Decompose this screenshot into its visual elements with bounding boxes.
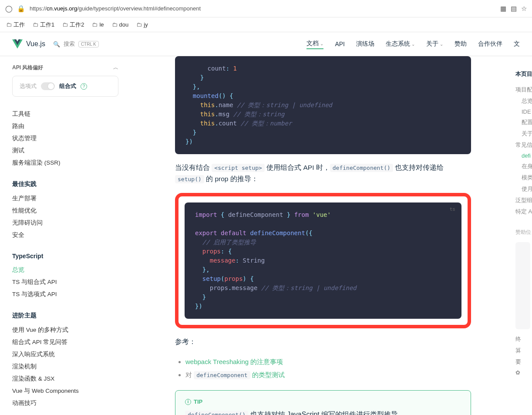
brand-text: Vue.js [26, 40, 45, 48]
top-nav: 文档⌄API演练场生态系统⌄关于⌄赞助合作伙伴文 [306, 40, 520, 48]
bookmark-folder[interactable]: 🗀工作 [6, 21, 25, 29]
sidebar-link[interactable]: 组合式 API 常见问答 [12, 336, 118, 348]
settings-icon[interactable]: ✿ [515, 369, 532, 376]
toc-link[interactable]: 模类 [515, 172, 532, 183]
sidebar-right: 本页目 项目配总览IDE配置关于常见信defi在身模类使月泛型组特定 A 赞助位… [515, 56, 532, 415]
sidebar-link[interactable]: 测试 [12, 145, 118, 157]
nav-label: 生态系统 [386, 40, 410, 48]
chevron-down-icon: ⌄ [440, 42, 443, 47]
sidebar-left: API 风格偏好 ︿ 选项式 组合式 ? 工具链路由状态管理测试服务端渲染 (S… [0, 56, 131, 415]
sidebar-link[interactable]: 使用 Vue 的多种方式 [12, 324, 118, 336]
toc-link[interactable]: 关于 [515, 128, 532, 139]
toc-link[interactable]: 泛型组 [515, 195, 532, 206]
nav-label: 赞助 [455, 40, 467, 48]
tip-box: i TIP defineComponent() 也支持对纯 JavaScript… [175, 390, 471, 415]
inline-code-script-setup: <script setup> [212, 164, 265, 172]
toc-link[interactable]: 在身 [515, 161, 532, 172]
info-icon: i [185, 399, 191, 405]
sidebar-link[interactable]: 性能优化 [12, 205, 118, 217]
bookmark-label: le [99, 21, 104, 28]
top-nav-item[interactable]: 合作伙伴 [478, 40, 502, 48]
sidebar-link[interactable]: Vue 与 Web Components [12, 385, 118, 397]
code-block-1: count: 1 } }, mounted() { this.name // 类… [175, 56, 471, 154]
nav-label: 文档 [306, 40, 319, 47]
api-preference-toggle[interactable]: 选项式 组合式 ? [12, 76, 118, 97]
theme-icon[interactable]: 要 [515, 358, 532, 366]
brand-logo[interactable]: Vue.js [12, 39, 45, 49]
sidebar-link[interactable]: 路由 [12, 120, 118, 132]
translate-icon[interactable]: 算 [515, 347, 532, 354]
reference-list: webpack Treeshaking 的注意事项 对 defineCompon… [185, 355, 471, 381]
bookmark-folder[interactable]: 🗀dou [112, 21, 129, 28]
nav-label: 演练场 [356, 40, 374, 48]
sponsor-ad[interactable] [515, 242, 530, 329]
top-nav-item[interactable]: 赞助 [455, 40, 467, 48]
bookmark-icon[interactable]: ☆ [521, 5, 527, 13]
toc-link[interactable]: 项目配 [515, 84, 532, 95]
top-nav-item[interactable]: 生态系统⌄ [386, 40, 415, 48]
back-to-top-icon[interactable]: 终 [515, 335, 532, 343]
inline-code-definecomponent: defineComponent() [330, 164, 393, 172]
code-block-2: tsimport { defineComponent } from 'vue' … [185, 202, 461, 319]
folder-icon: 🗀 [92, 21, 98, 28]
bookmark-label: 工作 [13, 21, 25, 29]
bookmark-label: jy [144, 21, 148, 28]
bookmark-folder[interactable]: 🗀le [92, 21, 104, 28]
chevron-up-icon[interactable]: ︿ [113, 64, 118, 71]
sidebar-link[interactable]: 总览 [12, 264, 118, 276]
toc-link[interactable]: 总览 [515, 95, 532, 107]
toggle-switch[interactable] [41, 82, 55, 90]
top-nav-item[interactable]: 关于⌄ [426, 40, 443, 48]
pref-composition-label: 组合式 [59, 82, 76, 90]
toc-link[interactable]: 特定 A [515, 206, 532, 217]
toc-link[interactable]: 常见信 [515, 139, 532, 151]
sidebar-link[interactable]: TS 与选项式 API [12, 288, 118, 300]
sidebar-section-title: 进阶主题 [12, 312, 118, 320]
ref-link-typetest[interactable]: 的类型测试 [250, 371, 285, 378]
sidebar-link[interactable]: TS 与组合式 API [12, 276, 118, 288]
top-nav-item[interactable]: 文档⌄ [306, 40, 323, 49]
url-text[interactable]: https://cn.vuejs.org/guide/typescript/ov… [30, 5, 496, 12]
tip-title: i TIP [185, 398, 461, 405]
bookmark-folder[interactable]: 🗀工作1 [33, 21, 54, 29]
nav-label: 合作伙伴 [478, 40, 502, 48]
folder-icon: 🗀 [6, 21, 12, 28]
reader-icon[interactable]: ▤ [511, 5, 517, 13]
folder-icon: 🗀 [112, 21, 118, 28]
sidebar-link[interactable]: 状态管理 [12, 132, 118, 145]
toc-link[interactable]: defi [515, 151, 532, 161]
search-icon: 🔍 [53, 41, 60, 47]
ref-link-webpack[interactable]: webpack Treeshaking 的注意事项 [185, 358, 283, 365]
sidebar-link[interactable]: 渲染函数 & JSX [12, 373, 118, 385]
toc-link[interactable]: IDE [515, 107, 532, 117]
toc-title: 本页目 [515, 70, 532, 78]
sidebar-link[interactable]: 无障碍访问 [12, 217, 118, 229]
browser-address-bar: ◯ 🔒 https://cn.vuejs.org/guide/typescrip… [0, 0, 532, 17]
lock-icon: 🔒 [17, 5, 25, 13]
chevron-down-icon: ⌄ [411, 42, 415, 47]
bookmark-folder[interactable]: 🗀工作2 [62, 21, 84, 29]
sidebar-link[interactable]: 工具链 [12, 108, 118, 120]
bookmark-folder[interactable]: 🗀jy [136, 21, 148, 28]
bookmark-label: 工作1 [40, 21, 54, 29]
nav-label: API [335, 40, 345, 47]
ref-heading: 参考： [175, 336, 471, 348]
sidebar-link[interactable]: 服务端渲染 (SSR) [12, 157, 118, 169]
sidebar-link[interactable]: 深入响应式系统 [12, 348, 118, 361]
toc-link[interactable]: 使月 [515, 183, 532, 195]
highlighted-code-box: tsimport { defineComponent } from 'vue' … [175, 193, 471, 328]
toc-link[interactable]: 配置 [515, 117, 532, 128]
search-trigger[interactable]: 🔍 搜索 CTRL K [53, 40, 99, 48]
qr-icon[interactable]: ▦ [500, 5, 506, 13]
sidebar-link[interactable]: 渲染机制 [12, 361, 118, 373]
top-nav-item[interactable]: API [335, 40, 345, 48]
vue-logo-icon [12, 39, 23, 49]
code-lang-label: ts [450, 206, 455, 213]
globe-icon: 文 [514, 40, 520, 48]
language-switcher[interactable]: 文 [514, 40, 520, 48]
top-nav-item[interactable]: 演练场 [356, 40, 374, 48]
sidebar-link[interactable]: 安全 [12, 229, 118, 241]
help-icon[interactable]: ? [81, 83, 87, 90]
sidebar-link[interactable]: 动画技巧 [12, 397, 118, 409]
sidebar-link[interactable]: 生产部署 [12, 192, 118, 205]
